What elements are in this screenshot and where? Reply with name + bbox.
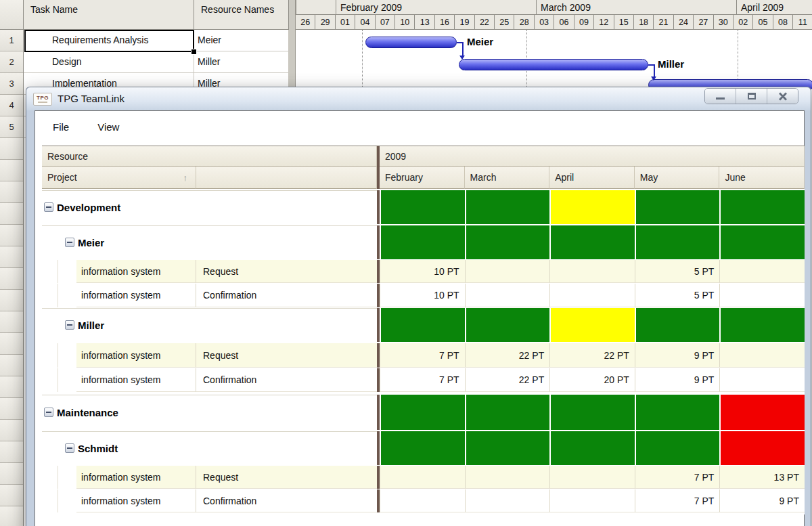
project-cell[interactable]: information system <box>76 489 196 512</box>
row-number-cell[interactable] <box>0 355 23 376</box>
resource-name-cell[interactable]: Meier <box>194 30 289 51</box>
row-number-cell[interactable] <box>0 181 23 203</box>
column-header-task-name[interactable]: Task Name <box>24 0 194 30</box>
column-header-resource-names[interactable]: Resource Names <box>194 0 289 30</box>
row-number-cell[interactable] <box>0 420 23 441</box>
menu-item-view[interactable]: View <box>97 121 119 133</box>
row-number-cell[interactable] <box>0 485 23 506</box>
month-column-header[interactable]: June <box>719 167 805 189</box>
month-cells: 7 PT22 PT20 PT9 PT <box>380 368 805 392</box>
category-cell[interactable]: Request <box>196 343 377 368</box>
minus-glyph <box>67 324 72 326</box>
year-header: 2009 <box>380 146 805 167</box>
row-number-cell[interactable] <box>0 246 23 268</box>
month-column-header[interactable]: May <box>635 167 720 189</box>
group-label: Maintenance <box>57 407 118 418</box>
minus-glyph <box>67 447 72 449</box>
group-row-left[interactable]: Maintenance <box>42 395 377 430</box>
gantt-bar[interactable] <box>365 37 457 48</box>
row-number-cell[interactable] <box>0 203 23 225</box>
group-row-maintenance: Maintenance <box>42 395 805 430</box>
month-column-header[interactable]: April <box>549 167 635 189</box>
row-number-cell[interactable]: 4 <box>0 95 23 116</box>
value-cell: 7 PT <box>635 489 720 512</box>
dialog-title-bar[interactable]: TPG TPG TeamLink <box>26 87 811 110</box>
status-cell-yellow <box>549 308 635 342</box>
empty-column-header <box>196 167 377 189</box>
gantt-bar-label: Meier <box>467 36 493 47</box>
row-number-cell[interactable] <box>0 333 23 355</box>
category-cell[interactable]: Request <box>196 260 377 283</box>
project-cell[interactable]: information system <box>76 284 196 307</box>
collapse-minus-icon[interactable] <box>44 408 53 417</box>
project-cell[interactable]: information system <box>76 466 196 489</box>
collapse-minus-icon[interactable] <box>65 443 74 453</box>
value-cell: 22 PT <box>465 368 550 392</box>
category-cell[interactable]: Request <box>196 466 377 489</box>
gantt-bar[interactable] <box>459 59 648 70</box>
group-label: Schmidt <box>78 443 118 454</box>
group-row-development: Development <box>42 190 805 224</box>
value-cell <box>465 489 550 512</box>
row-number-cell[interactable] <box>0 138 23 160</box>
project-cell[interactable]: information system <box>76 368 196 392</box>
group-label: Meier <box>78 237 104 248</box>
row-number-cell[interactable] <box>0 268 23 290</box>
row-number-cell[interactable]: 5 <box>0 116 23 138</box>
value-cell <box>465 260 550 283</box>
collapse-minus-icon[interactable] <box>65 320 74 330</box>
row-number-cell[interactable] <box>0 441 23 463</box>
status-cell-green <box>719 308 805 342</box>
month-cells <box>380 190 805 224</box>
row-number-cell[interactable] <box>0 376 23 398</box>
value-cell: 10 PT <box>380 284 465 307</box>
row-number-cell[interactable] <box>0 160 23 181</box>
year-header-zone: 2009 <box>380 146 805 167</box>
maximize-button[interactable] <box>736 89 767 104</box>
row-number-cell[interactable] <box>0 225 23 246</box>
category-cell[interactable]: Confirmation <box>196 489 377 512</box>
timeline-tick: 13 <box>415 15 434 30</box>
row-number-cell[interactable]: 1 <box>0 30 23 51</box>
value-cell: 9 PT <box>635 368 720 392</box>
minimize-button[interactable] <box>705 89 736 104</box>
timeline-month-label <box>296 0 336 15</box>
value-cell: 20 PT <box>549 368 635 392</box>
timeline-tick: 18 <box>634 15 654 30</box>
project-cell[interactable]: information system <box>76 260 196 283</box>
selection-fill-handle[interactable] <box>191 49 197 55</box>
detail-indent <box>42 489 76 512</box>
row-number-cell[interactable] <box>0 311 23 333</box>
group-row-left[interactable]: Meier <box>42 225 377 259</box>
timeline-tick: 22 <box>475 15 495 30</box>
task-name-cell[interactable]: Design <box>24 51 194 73</box>
close-button[interactable] <box>767 89 798 104</box>
row-header-corner <box>0 0 23 30</box>
row-number-cell[interactable] <box>0 506 23 526</box>
detail-indent <box>42 466 76 489</box>
timeline-tick-row: 2629010407101316192225280306091215182124… <box>296 15 812 30</box>
row-number-cell[interactable] <box>0 290 23 311</box>
group-row-left[interactable]: Miller <box>42 308 377 342</box>
status-cell-green <box>465 431 550 465</box>
group-row-left[interactable]: Schmidt <box>42 431 377 465</box>
month-column-header[interactable]: March <box>465 167 550 189</box>
collapse-minus-icon[interactable] <box>44 202 53 212</box>
project-column-header[interactable]: Project↑ <box>42 167 196 189</box>
collapse-minus-icon[interactable] <box>65 238 74 247</box>
timeline-month-label: March 2009 <box>536 0 736 15</box>
menu-item-file[interactable]: File <box>53 121 69 133</box>
month-column-header[interactable]: February <box>380 167 465 189</box>
timeline-tick: 03 <box>535 15 554 30</box>
resource-header[interactable]: Resource <box>42 146 377 167</box>
category-cell[interactable]: Confirmation <box>196 368 377 392</box>
project-cell[interactable]: information system <box>76 343 196 368</box>
row-number-cell[interactable] <box>0 398 23 420</box>
category-cell[interactable]: Confirmation <box>196 284 377 307</box>
row-number-cell[interactable]: 2 <box>0 51 23 73</box>
close-icon <box>778 91 788 101</box>
row-number-cell[interactable]: 3 <box>0 73 23 95</box>
group-row-left[interactable]: Development <box>42 190 377 224</box>
row-number-cell[interactable] <box>0 463 23 485</box>
resource-name-cell[interactable]: Miller <box>194 51 289 73</box>
